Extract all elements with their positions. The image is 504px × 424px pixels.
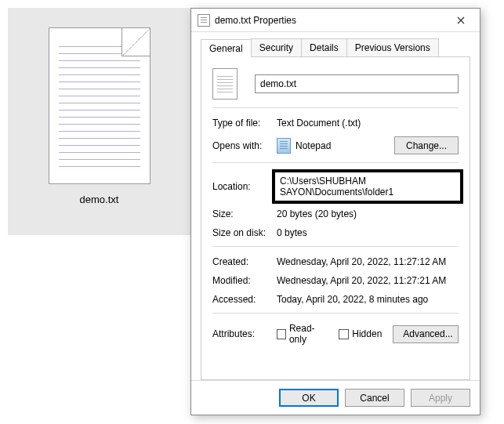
modified-label: Modified: [212, 275, 277, 286]
created-label: Created: [212, 256, 277, 267]
modified-value: Wednesday, April 20, 2022, 11:27:21 AM [277, 275, 459, 286]
close-button[interactable] [445, 9, 477, 31]
document-icon [212, 68, 237, 100]
change-button[interactable]: Change... [394, 136, 459, 154]
readonly-checkbox[interactable]: Read-only [277, 323, 328, 345]
hidden-checkbox-label: Hidden [352, 328, 382, 339]
advanced-button[interactable]: Advanced... [393, 325, 459, 343]
dialog-title: demo.txt Properties [215, 15, 445, 26]
document-icon [198, 14, 210, 27]
accessed-label: Accessed: [212, 294, 277, 305]
ok-button[interactable]: OK [279, 389, 339, 407]
accessed-value: Today, April 20, 2022, 8 minutes ago [277, 294, 459, 305]
attributes-label: Attributes: [212, 328, 277, 339]
size-label: Size: [212, 208, 277, 219]
hidden-checkbox[interactable]: Hidden [339, 328, 382, 339]
readonly-checkbox-label: Read-only [289, 323, 328, 345]
size-on-disk-value: 0 bytes [277, 227, 459, 238]
filename-input[interactable] [255, 74, 459, 93]
tab-security[interactable]: Security [251, 38, 302, 56]
tab-panel-general: Type of file: Text Document (.txt) Opens… [201, 57, 470, 380]
cancel-button[interactable]: Cancel [345, 389, 404, 407]
tab-general[interactable]: General [201, 39, 252, 57]
size-on-disk-label: Size on disk: [212, 227, 277, 238]
type-of-file-label: Type of file: [212, 118, 277, 129]
file-icon[interactable] [49, 27, 150, 184]
titlebar[interactable]: demo.txt Properties [191, 9, 480, 32]
size-value: 20 bytes (20 bytes) [277, 208, 459, 219]
created-value: Wednesday, April 20, 2022, 11:27:12 AM [277, 256, 459, 267]
properties-dialog: demo.txt Properties General Security Det… [190, 8, 480, 415]
opens-with-label: Opens with: [212, 140, 277, 151]
opens-with-value: Notepad [296, 140, 331, 151]
tab-previous-versions[interactable]: Previous Versions [346, 38, 439, 56]
location-value: C:\Users\SHUBHAM SAYON\Documents\folder1 [272, 169, 463, 204]
tab-bar: General Security Details Previous Versio… [201, 38, 470, 57]
tab-details[interactable]: Details [301, 38, 347, 56]
desktop-background: demo.txt [8, 8, 190, 235]
file-label[interactable]: demo.txt [80, 194, 119, 205]
notepad-icon [277, 138, 291, 154]
apply-button[interactable]: Apply [411, 389, 470, 407]
location-label: Location: [212, 181, 277, 192]
dialog-footer: OK Cancel Apply [191, 380, 480, 415]
type-of-file-value: Text Document (.txt) [277, 118, 459, 129]
